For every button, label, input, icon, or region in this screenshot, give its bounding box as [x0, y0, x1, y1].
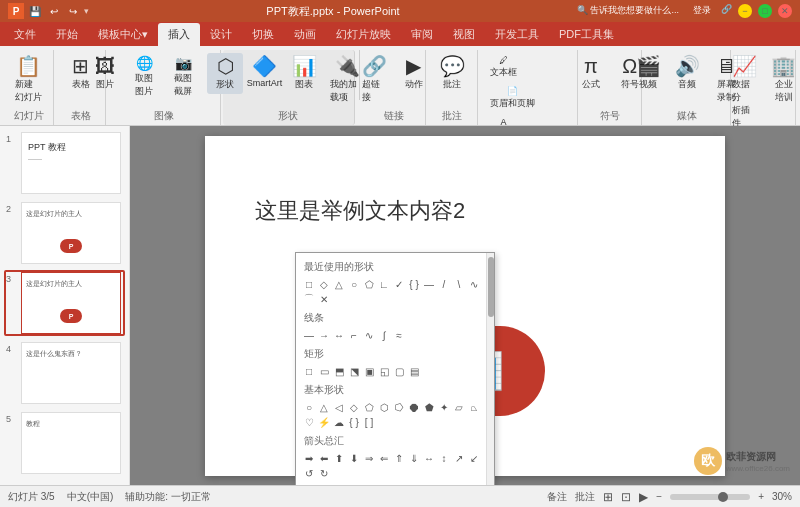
search-box[interactable]: 🔍 告诉我您想要做什么... [577, 4, 679, 18]
shape-rect[interactable]: □ [302, 277, 316, 291]
rect-basic[interactable]: □ [302, 364, 316, 378]
shape-arc[interactable]: ⌒ [302, 292, 316, 306]
arrow-lr[interactable]: ↔ [422, 451, 436, 465]
rect-frame[interactable]: ▤ [407, 364, 421, 378]
basic-oval[interactable]: ○ [302, 400, 316, 414]
tab-view[interactable]: 视图 [443, 23, 485, 46]
slide-thumb-1[interactable]: 1 PPT 教程 —— [4, 130, 125, 196]
arrow-left[interactable]: ⬅ [317, 451, 331, 465]
notes-button[interactable]: 备注 [547, 490, 567, 504]
slide-thumb-5[interactable]: 5 教程 [4, 410, 125, 476]
arrow-bend[interactable]: ↺ [302, 466, 316, 480]
canvas-area[interactable]: 这里是举例文本内容2 P 📊 最近使用的形状 □ ◇ △ ○ ⬠ ∟ ✓ { }… [130, 126, 800, 485]
line-arrow[interactable]: → [317, 328, 331, 342]
shapes-scrollbar[interactable] [486, 253, 494, 485]
line-scribble[interactable]: ≈ [392, 328, 406, 342]
basic-brackets[interactable]: [ ] [362, 415, 376, 429]
shape-wave[interactable]: ∿ [467, 277, 481, 291]
shape-line[interactable]: — [422, 277, 436, 291]
video-button[interactable]: 🎬 视频 [630, 53, 666, 94]
arrow-fat-down[interactable]: ⇓ [407, 451, 421, 465]
basic-tri[interactable]: △ [317, 400, 331, 414]
view-normal[interactable]: ⊞ [603, 490, 613, 504]
hyperlink-button[interactable]: 🔗 超链接 [357, 53, 393, 107]
zoom-out[interactable]: − [656, 491, 662, 502]
rect-rounded[interactable]: ▭ [317, 364, 331, 378]
shape-diamond[interactable]: ◇ [317, 277, 331, 291]
tab-design[interactable]: 设计 [200, 23, 242, 46]
tab-pdf[interactable]: PDF工具集 [549, 23, 624, 46]
view-presenter[interactable]: ▶ [639, 490, 648, 504]
shape-check[interactable]: ✓ [392, 277, 406, 291]
close-button[interactable]: ✕ [778, 4, 792, 18]
header-footer-button[interactable]: 📄 页眉和页脚 [486, 84, 539, 112]
smartart-button[interactable]: 🔷 SmartArt [246, 53, 283, 91]
slide-thumb-2[interactable]: 2 这是幻灯片的主人 P [4, 200, 125, 266]
slide-thumb-4[interactable]: 4 这是什么鬼东西？ [4, 340, 125, 406]
line-curve[interactable]: ∿ [362, 328, 376, 342]
picture-button[interactable]: 🖼 图片 [87, 53, 123, 94]
rect-diag[interactable]: ◱ [377, 364, 391, 378]
login-label[interactable]: 登录 [693, 4, 711, 18]
chart-button[interactable]: 📊 图表 [286, 53, 322, 94]
basic-hept[interactable]: ⭔ [392, 400, 406, 414]
equation-button[interactable]: π 公式 [573, 53, 609, 94]
arrow-down[interactable]: ⬇ [347, 451, 361, 465]
tab-animations[interactable]: 动画 [284, 23, 326, 46]
arrow-diag2[interactable]: ↙ [467, 451, 481, 465]
tab-developer[interactable]: 开发工具 [485, 23, 549, 46]
line-free[interactable]: ∫ [377, 328, 391, 342]
tab-slideshow[interactable]: 幻灯片放映 [326, 23, 401, 46]
screenshot-button[interactable]: 📷 截图截屏 [165, 53, 201, 101]
arrow-diag1[interactable]: ↗ [452, 451, 466, 465]
basic-cloud[interactable]: ☁ [332, 415, 346, 429]
basic-braces[interactable]: { } [347, 415, 361, 429]
tab-insert[interactable]: 插入 [158, 23, 200, 46]
basic-para[interactable]: ▱ [452, 400, 466, 414]
arrow-fat-right[interactable]: ⇒ [362, 451, 376, 465]
basic-lightning[interactable]: ⚡ [317, 415, 331, 429]
shape-brace[interactable]: { } [407, 277, 421, 291]
basic-oct[interactable]: ⯃ [407, 400, 421, 414]
shapes-button[interactable]: ⬡ 形状 [207, 53, 243, 94]
maximize-button[interactable]: □ [758, 4, 772, 18]
tab-transitions[interactable]: 切换 [242, 23, 284, 46]
tab-file[interactable]: 文件 [4, 23, 46, 46]
share-label[interactable]: 🔗 [721, 4, 732, 18]
view-slide-sorter[interactable]: ⊡ [621, 490, 631, 504]
shapes-scroll-thumb[interactable] [488, 257, 494, 317]
line-elbow[interactable]: ⌐ [347, 328, 361, 342]
basic-rtri[interactable]: ◁ [332, 400, 346, 414]
rect-round-snip[interactable]: ▣ [362, 364, 376, 378]
arrow-curve[interactable]: ↻ [317, 466, 331, 480]
shape-pent[interactable]: ⬠ [362, 277, 376, 291]
arrow-ud[interactable]: ↕ [437, 451, 451, 465]
enterprise-button[interactable]: 🏢 企业培训 [766, 53, 800, 107]
basic-dec[interactable]: ⬟ [422, 400, 436, 414]
shape-slash[interactable]: / [437, 277, 451, 291]
arrow-up[interactable]: ⬆ [332, 451, 346, 465]
zoom-slider[interactable] [670, 494, 750, 500]
rect-snip3[interactable]: ▢ [392, 364, 406, 378]
line-double-arrow[interactable]: ↔ [332, 328, 346, 342]
basic-pent[interactable]: ⬠ [362, 400, 376, 414]
new-slide-button[interactable]: 📋 新建幻灯片 [10, 53, 47, 107]
arrow-fat-left[interactable]: ⇐ [377, 451, 391, 465]
action-button[interactable]: ▶ 动作 [396, 53, 432, 94]
arrow-fat-up[interactable]: ⇑ [392, 451, 406, 465]
basic-heart[interactable]: ♡ [302, 415, 316, 429]
save-icon[interactable]: 💾 [27, 3, 43, 19]
tab-template[interactable]: 模板中心▾ [88, 23, 158, 46]
zoom-in[interactable]: + [758, 491, 764, 502]
redo-icon[interactable]: ↪ [65, 3, 81, 19]
line-straight[interactable]: — [302, 328, 316, 342]
shape-triangle[interactable]: △ [332, 277, 346, 291]
rect-snip2[interactable]: ⬔ [347, 364, 361, 378]
basic-hex[interactable]: ⬡ [377, 400, 391, 414]
tab-home[interactable]: 开始 [46, 23, 88, 46]
minimize-button[interactable]: − [738, 4, 752, 18]
shape-bslash[interactable]: \ [452, 277, 466, 291]
online-picture-button[interactable]: 🌐 取图图片 [126, 53, 162, 101]
undo-icon[interactable]: ↩ [46, 3, 62, 19]
tab-review[interactable]: 审阅 [401, 23, 443, 46]
